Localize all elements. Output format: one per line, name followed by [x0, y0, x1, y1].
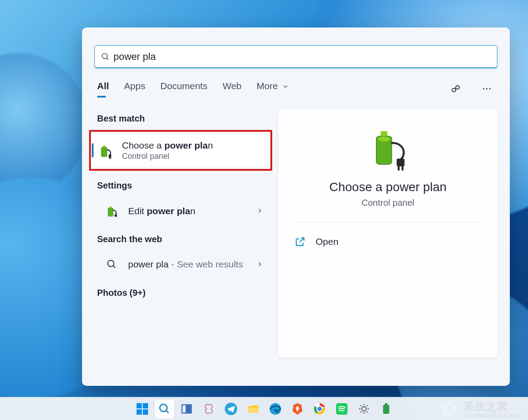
section-photos: Photos (9+): [97, 288, 270, 298]
feedback-icon: [450, 83, 461, 94]
tab-documents[interactable]: Documents: [160, 81, 207, 97]
tab-more-label: More: [257, 81, 278, 91]
preview-power-plan-icon: [361, 122, 415, 171]
app-icon: [202, 402, 215, 416]
brave-icon: [291, 402, 304, 416]
battery-icon: [380, 402, 392, 416]
search-icon: [101, 52, 110, 61]
taskbar-search-button[interactable]: [155, 399, 174, 419]
search-flyout: All Apps Documents Web More Best match: [82, 27, 510, 386]
search-filter-tabs: All Apps Documents Web More: [97, 81, 495, 97]
svg-rect-32: [248, 408, 258, 413]
windows-icon: [136, 402, 149, 416]
taskbar-app-settings[interactable]: [354, 399, 374, 419]
search-input[interactable]: [113, 51, 491, 63]
svg-rect-14: [114, 215, 117, 217]
annotation-highlight: Choose a power plan Control panel: [89, 130, 272, 171]
results-column: Best match: [82, 104, 270, 386]
svg-rect-39: [383, 405, 389, 414]
power-plan-icon: [97, 142, 114, 159]
open-action[interactable]: Open: [294, 230, 481, 254]
result-choose-power-plan[interactable]: Choose a power plan Control panel: [91, 134, 269, 166]
start-button[interactable]: [133, 399, 152, 419]
telegram-icon: [224, 402, 238, 416]
more-options-button[interactable]: [479, 81, 495, 97]
open-label: Open: [316, 236, 338, 247]
taskbar-app-chrome[interactable]: [310, 399, 329, 419]
result-title: Edit power plan: [128, 205, 196, 216]
taskbar-app-butterfly[interactable]: [199, 399, 219, 419]
svg-rect-30: [187, 404, 191, 413]
svg-line-1: [107, 58, 109, 59]
ellipsis-icon: [481, 83, 492, 94]
svg-rect-7: [102, 147, 107, 157]
svg-line-28: [166, 410, 168, 413]
svg-rect-23: [137, 403, 142, 408]
svg-rect-9: [109, 155, 111, 157]
wallpaper-shape: [0, 53, 89, 195]
svg-point-4: [483, 88, 484, 89]
tab-more[interactable]: More: [257, 81, 289, 97]
svg-rect-8: [103, 145, 106, 147]
result-title: Choose a power plan: [122, 140, 213, 151]
task-view-icon: [180, 403, 193, 415]
search-box[interactable]: [94, 45, 497, 68]
result-edit-power-plan[interactable]: Edit power plan: [97, 197, 270, 224]
svg-point-38: [362, 407, 366, 411]
taskbar-app-brave[interactable]: [288, 399, 307, 419]
tab-all[interactable]: All: [97, 81, 109, 97]
taskbar-app-edge[interactable]: [266, 399, 285, 419]
power-plan-icon: [103, 202, 120, 219]
open-icon: [294, 236, 306, 247]
preview-card: Choose a power plan Control panel Open: [278, 109, 497, 357]
preview-title: Choose a power plan: [329, 180, 447, 194]
tab-web[interactable]: Web: [223, 81, 242, 97]
taskbar-app-explorer[interactable]: [243, 399, 263, 419]
svg-point-27: [160, 404, 167, 411]
watermark-icon: [439, 398, 459, 418]
svg-point-6: [489, 88, 490, 89]
section-settings: Settings: [97, 181, 270, 191]
search-icon: [158, 403, 171, 415]
svg-rect-37: [336, 403, 348, 415]
svg-line-16: [113, 266, 115, 268]
svg-rect-18: [381, 131, 387, 136]
result-web-search[interactable]: power pla - See web results: [97, 251, 270, 278]
chevron-down-icon: [282, 83, 289, 90]
svg-point-5: [486, 88, 487, 89]
taskbar-app-spotify[interactable]: [332, 399, 352, 419]
chevron-right-icon: [256, 207, 263, 214]
watermark: 系统之家 XITONGZHIJIA.NET: [439, 398, 523, 418]
result-title: power pla - See web results: [128, 259, 243, 270]
feedback-icon-button[interactable]: [448, 81, 464, 97]
preview-subtitle: Control panel: [362, 198, 415, 208]
svg-rect-24: [143, 403, 148, 408]
svg-rect-13: [110, 207, 112, 208]
taskbar-app-telegram[interactable]: [221, 399, 241, 419]
svg-point-0: [102, 53, 108, 59]
svg-point-19: [378, 137, 390, 141]
svg-rect-29: [182, 404, 186, 413]
task-view-button[interactable]: [177, 399, 196, 419]
edge-icon: [269, 402, 282, 416]
svg-rect-40: [385, 403, 387, 405]
section-search-web: Search the web: [97, 234, 270, 244]
section-best-match: Best match: [97, 114, 270, 124]
chrome-icon: [313, 402, 326, 416]
svg-rect-26: [143, 409, 148, 415]
chevron-right-icon: [256, 261, 263, 268]
svg-rect-25: [137, 409, 142, 415]
svg-rect-12: [108, 208, 113, 216]
result-subtitle: Control panel: [122, 152, 213, 161]
tab-apps[interactable]: Apps: [124, 81, 145, 97]
search-icon: [103, 256, 120, 273]
taskbar-app-battery[interactable]: [376, 399, 396, 419]
svg-rect-20: [397, 158, 405, 166]
spotify-icon: [335, 402, 348, 416]
svg-point-15: [108, 260, 114, 267]
gear-icon: [357, 402, 371, 416]
folder-icon: [246, 402, 260, 416]
